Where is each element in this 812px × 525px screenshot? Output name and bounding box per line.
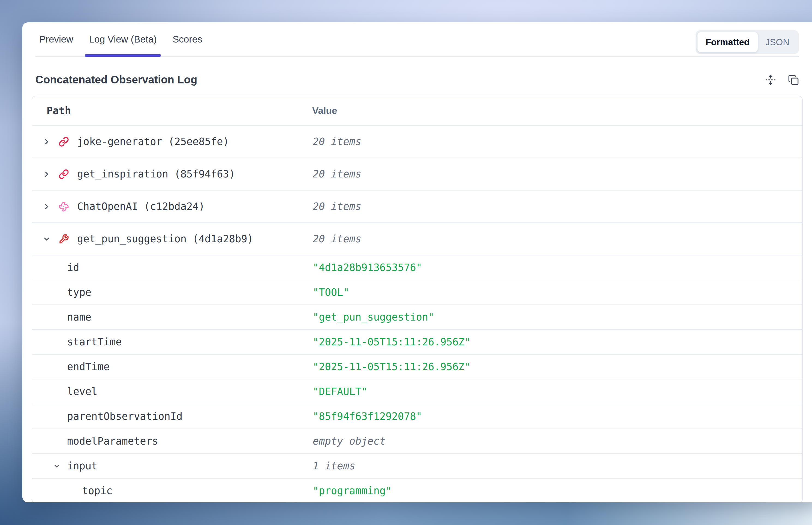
section-actions [765,74,799,85]
tab-log-view[interactable]: Log View (Beta) [85,22,160,56]
value-text: "TOOL" [313,286,349,298]
tab-scores[interactable]: Scores [169,22,206,56]
path-label: get_pun_suggestion (4d1a28b9) [77,233,253,245]
value-text: 1 items [313,460,355,472]
log-table-body: joke-generator (25ee85fe) 20 items get_i… [32,125,802,502]
fan-icon [59,201,69,212]
table-row[interactable]: get_inspiration (85f94f63) 20 items [32,158,802,190]
path-label: topic [82,485,112,497]
column-header-value: Value [312,105,802,116]
path-label: modelParameters [67,435,158,447]
path-label: ChatOpenAI (c12bda24) [77,200,205,212]
copy-button[interactable] [788,74,799,85]
path-label: parentObservationId [67,410,182,422]
path-label: startTime [67,336,122,348]
path-label: name [67,311,91,323]
table-row: level "DEFAULT" [32,379,802,404]
table-row[interactable]: get_pun_suggestion (4d1a28b9) 20 items [32,222,802,255]
value-text: "85f94f63f1292078" [313,410,422,422]
value-text: 20 items [313,136,361,148]
table-row: type "TOOL" [32,280,802,304]
path-label: level [67,386,97,397]
chevron-right-icon [43,202,51,211]
trace-detail-card: Preview Log View (Beta) Scores Formatted… [23,22,812,502]
path-label: get_inspiration (85f94f63) [77,168,235,180]
copy-icon [788,74,799,85]
tab-bar: Preview Log View (Beta) Scores Formatted… [35,22,799,57]
table-row: id "4d1a28b913653576" [32,255,802,280]
table-row[interactable]: input 1 items [32,453,802,478]
row-chevron[interactable] [41,202,52,211]
table-row: name "get_pun_suggestion" [32,304,802,329]
format-toggle: Formatted JSON [696,30,799,54]
section-header: Concatenated Observation Log [35,74,799,86]
unfold-vertical-icon [765,74,776,85]
desktop-background: Preview Log View (Beta) Scores Formatted… [0,0,812,525]
row-chevron[interactable] [41,170,52,178]
row-chevron[interactable] [41,138,52,146]
path-label: type [67,286,91,298]
table-row[interactable]: joke-generator (25ee85fe) 20 items [32,125,802,158]
path-label: endTime [67,361,109,373]
chevron-right-icon [43,170,51,178]
toggle-option-json[interactable]: JSON [758,32,797,52]
chevron-down-icon [53,463,60,470]
table-row: topic "programming" [32,478,802,502]
value-text: 20 items [313,168,361,180]
log-table: Path Value joke-generator (25ee85fe) 20 … [32,96,803,502]
toggle-option-formatted[interactable]: Formatted [697,32,758,52]
chevron-down-icon [43,235,51,243]
path-label: joke-generator (25ee85fe) [77,136,229,148]
value-text: "4d1a28b913653576" [313,262,422,273]
tab-preview[interactable]: Preview [35,22,77,56]
row-chevron[interactable] [41,235,52,243]
table-row: modelParameters empty object [32,429,802,453]
link-icon [59,169,69,179]
wrench-icon [59,234,69,244]
section-title: Concatenated Observation Log [35,74,197,86]
link-icon [59,137,69,147]
value-text: "2025-11-05T15:11:26.956Z" [313,336,471,348]
table-row: endTime "2025-11-05T15:11:26.956Z" [32,354,802,379]
table-row: startTime "2025-11-05T15:11:26.956Z" [32,329,802,354]
value-text: empty object [313,435,386,447]
table-row[interactable]: ChatOpenAI (c12bda24) 20 items [32,190,802,222]
value-text: 20 items [313,233,361,245]
log-table-header: Path Value [32,96,802,125]
row-chevron[interactable] [53,463,60,470]
value-text: "2025-11-05T15:11:26.956Z" [313,361,471,373]
chevron-right-icon [43,138,51,146]
expand-rows-button[interactable] [765,74,776,85]
path-label: input [67,460,97,472]
value-text: 20 items [313,200,361,212]
value-text: "DEFAULT" [313,386,367,397]
table-row: parentObservationId "85f94f63f1292078" [32,404,802,429]
column-header-path: Path [32,105,312,117]
path-label: id [67,262,79,273]
value-text: "get_pun_suggestion" [313,311,434,323]
value-text: "programming" [313,485,392,497]
